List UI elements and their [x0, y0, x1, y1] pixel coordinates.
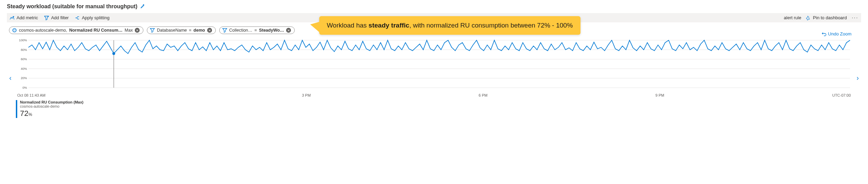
annotation-callout: Workload has steady traffic, with normal… — [319, 16, 581, 35]
callout-text-prefix: Workload has — [327, 22, 369, 29]
alert-rule-label: alert rule — [784, 15, 801, 20]
filter-icon — [222, 28, 227, 33]
legend-color-swatch — [16, 100, 17, 118]
x-tick: 3 PM — [302, 93, 311, 97]
x-tick: 6 PM — [479, 93, 488, 97]
pin-dashboard-label: Pin to dashboard — [813, 15, 847, 20]
timezone-label: UTC-07:00 — [832, 93, 851, 97]
filter-key: Collection… — [229, 28, 252, 33]
svg-point-15 — [112, 52, 115, 55]
legend-value: 72 — [20, 109, 28, 118]
filter-pill-database[interactable]: DatabaseName = demo ✕ — [147, 26, 216, 34]
close-icon[interactable]: ✕ — [286, 28, 291, 33]
metric-pill-name: Normalized RU Consum… — [69, 28, 123, 33]
chart-legend[interactable]: Normalized RU Consumption (Max) cosmos-a… — [16, 100, 852, 118]
filter-value: demo — [193, 28, 205, 33]
close-icon[interactable]: ✕ — [135, 28, 140, 33]
x-axis: Oct 08 11:43 AM 3 PM 6 PM 9 PM UTC-07:00 — [16, 93, 852, 97]
chevron-left-icon[interactable]: ‹ — [7, 74, 14, 82]
filter-eq: = — [254, 28, 257, 33]
apply-splitting-label: Apply splitting — [82, 15, 109, 20]
pin-dashboard-button[interactable]: Pin to dashboard — [806, 15, 847, 20]
more-menu-icon[interactable]: ··· — [852, 15, 858, 21]
metric-pill[interactable]: cosmos-autoscale-demo, Normalized RU Con… — [9, 26, 143, 34]
filter-value: SteadyWo… — [259, 28, 284, 33]
chevron-right-icon[interactable]: › — [854, 74, 861, 82]
filter-icon — [44, 15, 49, 20]
add-metric-button[interactable]: Add metric — [10, 15, 38, 20]
add-filter-button[interactable]: Add filter — [44, 15, 69, 20]
split-icon — [75, 15, 80, 20]
alert-rule-button[interactable]: alert rule — [784, 15, 801, 20]
x-tick: Oct 08 11:43 AM — [17, 93, 134, 97]
callout-text-suffix: , with normalized RU consumption between… — [409, 22, 573, 29]
metric-pill-agg: Max — [125, 28, 133, 33]
svg-text:0%: 0% — [22, 86, 27, 89]
svg-point-1 — [13, 30, 17, 31]
legend-resource: cosmos-autoscale-demo — [20, 104, 83, 108]
svg-text:100%: 100% — [19, 39, 27, 42]
filter-eq: = — [189, 28, 191, 33]
svg-text:40%: 40% — [21, 67, 27, 71]
filter-pill-collection[interactable]: Collection… = SteadyWo… ✕ — [219, 26, 295, 34]
filter-key: DatabaseName — [157, 28, 187, 33]
edit-icon[interactable] — [140, 4, 145, 10]
add-filter-label: Add filter — [51, 15, 69, 20]
apply-splitting-button[interactable]: Apply splitting — [75, 15, 109, 20]
legend-unit: % — [28, 112, 32, 117]
metric-pill-resource: cosmos-autoscale-demo, — [19, 28, 67, 33]
pin-icon — [806, 15, 811, 20]
legend-metric: Normalized RU Consumption (Max) — [20, 100, 83, 104]
add-metric-icon — [10, 15, 14, 20]
undo-zoom-button[interactable]: Undo Zoom — [822, 31, 851, 36]
svg-text:60%: 60% — [21, 57, 27, 61]
chart-area: Workload has steady traffic, with normal… — [16, 37, 852, 118]
filter-icon — [150, 28, 155, 33]
cosmos-icon — [12, 28, 17, 33]
x-tick: 9 PM — [655, 93, 664, 97]
line-chart[interactable]: 0%20%40%60%80%100% — [16, 37, 852, 93]
undo-zoom-label: Undo Zoom — [828, 31, 851, 36]
add-metric-label: Add metric — [17, 15, 38, 20]
close-icon[interactable]: ✕ — [207, 28, 212, 33]
undo-icon — [822, 32, 827, 36]
svg-text:20%: 20% — [21, 76, 27, 80]
svg-point-0 — [13, 29, 17, 32]
svg-text:80%: 80% — [21, 48, 27, 52]
page-title: Steady workload (suitable for manual thr… — [7, 3, 138, 10]
callout-text-bold: steady traffic — [369, 22, 409, 29]
